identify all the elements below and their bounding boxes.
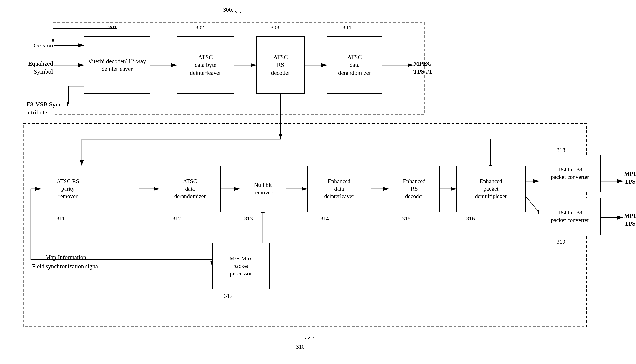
block-312: ATSCdataderandomizer bbox=[159, 166, 221, 212]
ref-315: 315 bbox=[402, 215, 411, 222]
svg-rect-4 bbox=[23, 124, 586, 327]
block-315: EnhancedRSdecoder bbox=[389, 166, 440, 212]
block-314: Enhanceddatadeinterleaver bbox=[307, 166, 371, 212]
ref-313: 313 bbox=[244, 215, 253, 222]
block-313: Null bitremover bbox=[240, 166, 286, 212]
block-318: 164 to 188packet converter bbox=[539, 154, 601, 192]
ref-312: 312 bbox=[172, 215, 181, 222]
ref-302: 302 bbox=[196, 24, 204, 31]
label-map-info: Map InformationField synchronization sig… bbox=[32, 253, 100, 271]
diagram-container: Viterbi decoder/ 12-way deinterleaver AT… bbox=[0, 0, 636, 364]
ref-318: 318 bbox=[557, 147, 565, 154]
ref-303: 303 bbox=[270, 24, 279, 31]
block-304: ATSCdataderandomizer bbox=[327, 36, 382, 94]
block-301: Viterbi decoder/ 12-way deinterleaver bbox=[84, 36, 150, 94]
ref-301: 301 bbox=[108, 24, 117, 31]
block-311: ATSC RSparityremover bbox=[41, 166, 95, 212]
ref-317: ~317 bbox=[221, 293, 232, 299]
block-302: ATSCdata bytedeinterleaver bbox=[177, 36, 234, 94]
ref-311: 311 bbox=[56, 215, 65, 222]
ref-310: 310 bbox=[296, 344, 305, 350]
block-316: Enhancedpacketdemultiplexer bbox=[456, 166, 526, 212]
ref-304: 304 bbox=[342, 24, 351, 31]
label-mpeg-tps2: MPEGTPS#2 bbox=[624, 170, 636, 186]
block-317: M/E Muxpacketprocessor bbox=[212, 243, 270, 289]
label-equalized-symbol: EqualizedSymbol bbox=[4, 60, 53, 76]
block-319: 164 to 188packet converter bbox=[539, 198, 601, 235]
ref-319: 319 bbox=[557, 238, 565, 245]
label-mpeg-tps3: MPEGTPS#3 bbox=[624, 212, 636, 228]
ref-314: 314 bbox=[320, 215, 329, 222]
ref-300: 300 bbox=[223, 7, 232, 13]
ref-316: 316 bbox=[466, 215, 475, 222]
block-303: ATSCRSdecoder bbox=[256, 36, 305, 94]
label-mpeg-tps1: MPEGTPS #1 bbox=[413, 60, 432, 76]
label-decision: Decision bbox=[13, 42, 53, 49]
svg-line-26 bbox=[526, 196, 539, 212]
label-e8vsb: E8-VSB Symbolattribute bbox=[26, 100, 86, 116]
